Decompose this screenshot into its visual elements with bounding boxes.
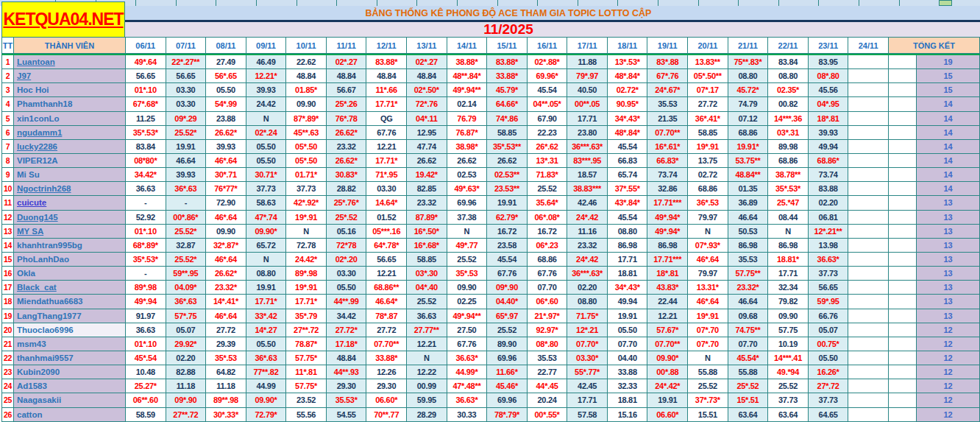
score-cell[interactable]: 49*.77: [447, 239, 488, 253]
score-cell[interactable]: 68.86: [688, 182, 728, 196]
score-cell[interactable]: 48**.84*: [447, 69, 488, 83]
score-cell[interactable]: 09.90: [286, 97, 327, 111]
score-cell[interactable]: 33.88*: [366, 351, 407, 365]
score-cell[interactable]: 46.64: [728, 211, 769, 225]
score-cell[interactable]: 83.84: [768, 55, 809, 69]
score-cell[interactable]: 58.59: [126, 408, 166, 422]
score-cell[interactable]: 56.65: [366, 253, 407, 267]
score-cell[interactable]: 26.62: [487, 154, 528, 168]
score-cell[interactable]: 35.53: [728, 253, 769, 267]
score-cell[interactable]: 19*.91: [688, 140, 728, 154]
score-cell[interactable]: 86.98: [728, 239, 769, 253]
score-cell[interactable]: 10.48: [126, 365, 166, 379]
score-cell[interactable]: 00.82: [768, 97, 809, 111]
score-cell[interactable]: 25.52*: [166, 126, 207, 140]
score-cell[interactable]: 56*.65: [206, 69, 246, 83]
score-cell[interactable]: -: [166, 196, 207, 210]
score-cell[interactable]: 04*.40: [407, 281, 447, 295]
score-cell[interactable]: 45.54: [487, 253, 528, 267]
score-cell[interactable]: [848, 182, 889, 196]
score-cell[interactable]: 28.29: [407, 408, 447, 422]
score-cell[interactable]: 12*.21**: [809, 225, 849, 239]
score-cell[interactable]: 02*.20: [327, 253, 367, 267]
score-cell[interactable]: 35.64*: [528, 196, 568, 210]
score-cell[interactable]: 69.96: [487, 393, 528, 407]
score-cell[interactable]: 22.77: [528, 365, 568, 379]
score-cell[interactable]: 25.52: [407, 295, 447, 309]
score-cell[interactable]: 35*.53*: [126, 126, 166, 140]
score-cell[interactable]: 20.24: [528, 393, 568, 407]
score-cell[interactable]: 02*.50*: [407, 83, 447, 97]
score-cell[interactable]: 33*.42: [246, 309, 287, 323]
spare-cell[interactable]: [889, 337, 917, 351]
score-cell[interactable]: 48.84: [407, 69, 447, 83]
score-cell[interactable]: 14*.41*: [206, 295, 246, 309]
score-cell[interactable]: 57.75**: [728, 267, 769, 281]
score-cell[interactable]: 37*.73*: [688, 393, 728, 407]
score-cell[interactable]: 91.97: [126, 309, 166, 323]
spare-cell[interactable]: [889, 295, 917, 309]
score-cell[interactable]: 39.93: [166, 168, 207, 182]
score-cell[interactable]: 46*.64: [688, 295, 728, 309]
score-cell[interactable]: 67*.68*: [126, 97, 166, 111]
score-cell[interactable]: 89**.98: [206, 393, 246, 407]
score-cell[interactable]: 00*.88: [647, 365, 688, 379]
score-cell[interactable]: 13*.53*: [608, 55, 648, 69]
score-cell[interactable]: 18.81: [608, 267, 648, 281]
score-cell[interactable]: 17.71*: [246, 295, 287, 309]
score-cell[interactable]: 78.87*: [286, 337, 327, 351]
score-cell[interactable]: 08.80: [728, 69, 769, 83]
score-cell[interactable]: 00*.86*: [166, 211, 207, 225]
score-cell[interactable]: 07.70*: [567, 337, 608, 351]
score-cell[interactable]: 87.89*: [407, 211, 447, 225]
score-cell[interactable]: 17.71***: [647, 196, 688, 210]
score-cell[interactable]: 18.81*: [768, 253, 809, 267]
spare-cell[interactable]: [889, 365, 917, 379]
score-cell[interactable]: 05.50: [608, 323, 648, 337]
score-cell[interactable]: 12.21*: [246, 69, 287, 83]
score-cell[interactable]: 72.90: [206, 196, 246, 210]
score-cell[interactable]: 38.78**: [768, 168, 809, 182]
score-cell[interactable]: 28.82: [327, 182, 367, 196]
score-cell[interactable]: 12.22: [407, 365, 447, 379]
score-cell[interactable]: 33.88*: [487, 69, 528, 83]
score-cell[interactable]: N: [246, 253, 287, 267]
score-cell[interactable]: 63.64: [728, 408, 769, 422]
score-cell[interactable]: 26*.62: [528, 140, 568, 154]
score-cell[interactable]: 12.21: [366, 267, 407, 281]
score-cell[interactable]: 14.64*: [366, 196, 407, 210]
score-cell[interactable]: [848, 408, 889, 422]
score-cell[interactable]: 09.90: [447, 281, 488, 295]
score-cell[interactable]: 46.64: [728, 295, 769, 309]
score-cell[interactable]: 23.80: [567, 126, 608, 140]
score-cell[interactable]: N: [768, 225, 809, 239]
score-cell[interactable]: 03.30: [327, 267, 367, 281]
score-cell[interactable]: 03.30: [366, 182, 407, 196]
score-cell[interactable]: 35.53: [528, 351, 568, 365]
score-cell[interactable]: 30*.71: [206, 168, 246, 182]
score-cell[interactable]: 06**.60: [126, 393, 166, 407]
score-cell[interactable]: 19.91: [487, 196, 528, 210]
score-cell[interactable]: 07.70**: [647, 126, 688, 140]
score-cell[interactable]: 72*78: [327, 239, 367, 253]
score-cell[interactable]: 06.81: [809, 211, 849, 225]
score-cell[interactable]: 37.73: [768, 393, 809, 407]
score-cell[interactable]: 23.32: [407, 196, 447, 210]
score-cell[interactable]: 30.71*: [246, 168, 287, 182]
score-cell[interactable]: 18.81: [608, 393, 648, 407]
score-cell[interactable]: 21*.97*: [528, 309, 568, 323]
score-cell[interactable]: 35*.53: [206, 351, 246, 365]
score-cell[interactable]: 42.45: [567, 379, 608, 393]
site-logo[interactable]: KETQUA04.NET: [1, 1, 125, 38]
score-cell[interactable]: 57.75: [768, 323, 809, 337]
score-cell[interactable]: 09.90: [206, 225, 246, 239]
score-cell[interactable]: 55.56: [286, 408, 327, 422]
score-cell[interactable]: N: [688, 225, 728, 239]
score-cell[interactable]: 23.32*: [206, 281, 246, 295]
score-cell[interactable]: 23.53**: [487, 182, 528, 196]
score-cell[interactable]: 37*.55*: [608, 182, 648, 196]
score-cell[interactable]: 52.92: [126, 211, 166, 225]
score-cell[interactable]: 08.44: [768, 211, 809, 225]
score-cell[interactable]: 04**.05*: [528, 97, 568, 111]
score-cell[interactable]: 17.71*: [366, 154, 407, 168]
